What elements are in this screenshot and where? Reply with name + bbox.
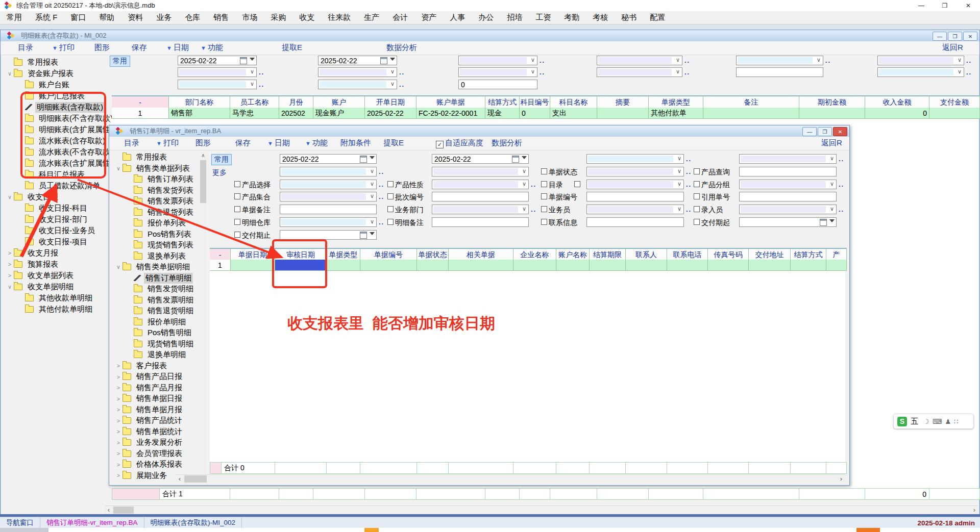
win2-filter-17-field[interactable]: ∨: [432, 205, 529, 214]
win1-filter-14-field[interactable]: 0: [458, 80, 537, 89]
win1-row1-cell-7[interactable]: 现金: [485, 108, 520, 119]
win2-row1-cell-3[interactable]: [327, 260, 360, 271]
win2-filter-8-field[interactable]: ∨: [280, 180, 377, 189]
chevron-down-icon[interactable]: ∨: [6, 70, 14, 77]
win1-header-col-11[interactable]: 单据类型: [649, 96, 703, 109]
win2-data-analysis-button[interactable]: 数据分析: [492, 138, 522, 148]
win1-filter-2-field[interactable]: ∨: [458, 56, 537, 65]
win2-tree-item-13[interactable]: 销售发票明细: [112, 295, 199, 306]
win2-filter-6-checkbox[interactable]: [541, 168, 547, 174]
win1-row1-cell-15[interactable]: [929, 108, 980, 119]
dropdown-arrow-icon[interactable]: [390, 58, 395, 63]
win2-filter-16-field[interactable]: [280, 205, 377, 214]
chevron-right-icon[interactable]: >: [114, 440, 122, 446]
win2-return-button[interactable]: 返回R: [821, 138, 842, 148]
win2-tree-item-20[interactable]: >销售产品日报: [112, 371, 199, 383]
calendar-icon[interactable]: [360, 232, 367, 239]
win2-tree-item-4[interactable]: 销售发票列表: [112, 196, 199, 207]
win2-filter-7-checkbox[interactable]: [694, 168, 700, 174]
menu-item-17[interactable]: 招培: [500, 13, 529, 22]
menu-item-12[interactable]: 生产: [357, 13, 386, 22]
win1-tree-item-9[interactable]: 流水账表(含扩展属性): [4, 158, 109, 169]
scroll-right-icon[interactable]: ›: [970, 506, 978, 514]
win2-filter-20-checkbox[interactable]: [234, 219, 240, 225]
chevron-right-icon[interactable]: >: [6, 250, 14, 256]
win1-header-col-7[interactable]: 结算方式: [485, 96, 520, 109]
ellipsis-button[interactable]: ..: [686, 181, 692, 188]
close-icon[interactable]: ✕: [957, 0, 980, 11]
win1-row1-cell-9[interactable]: 支出: [550, 108, 597, 119]
win1-row1-cell-2[interactable]: 马学忠: [230, 108, 279, 119]
win2-row1-cell-9[interactable]: [590, 260, 626, 271]
win1-filter-8-field[interactable]: ∨: [458, 67, 537, 77]
menu-item-19[interactable]: 考勤: [557, 13, 586, 22]
person-icon[interactable]: ♟: [945, 418, 951, 425]
chevron-down-icon[interactable]: ∨: [370, 181, 374, 187]
win1-tree-item-17[interactable]: >收支月报: [4, 247, 109, 259]
win2-filter-20-field[interactable]: ∨: [280, 217, 377, 227]
ime-mode-label[interactable]: 五: [911, 417, 918, 426]
win1-tree-item-15[interactable]: 收支日报-业务员: [4, 225, 109, 236]
win2-tree-item-3[interactable]: 销售发货列表: [112, 185, 199, 196]
chevron-down-icon[interactable]: ∨: [370, 168, 374, 174]
ellipsis-button[interactable]: ..: [839, 181, 844, 188]
win2-filter-12-checkbox[interactable]: [234, 193, 240, 199]
chevron-right-icon[interactable]: >: [114, 450, 122, 457]
chevron-down-icon[interactable]: ∨: [250, 68, 254, 75]
win2-row1-cell-14[interactable]: [791, 260, 826, 271]
chevron-right-icon[interactable]: >: [114, 462, 122, 468]
win2-row1-cell-0[interactable]: 1: [210, 260, 231, 271]
chevron-down-icon[interactable]: ∨: [114, 165, 122, 172]
win1-tree-item-10[interactable]: 科目汇总报表: [4, 169, 109, 180]
win2-filter-13-checkbox[interactable]: [387, 193, 394, 199]
calendar-icon[interactable]: [360, 156, 367, 163]
ellipsis-button[interactable]: ..: [531, 206, 536, 213]
win2-filter-18-checkbox[interactable]: [541, 206, 547, 212]
chevron-down-icon[interactable]: ∨: [114, 264, 122, 270]
menu-item-0[interactable]: 常用: [0, 13, 29, 22]
ellipsis-button[interactable]: ..: [540, 57, 545, 64]
chevron-right-icon[interactable]: >: [114, 374, 122, 380]
win2-tree-item-14[interactable]: 销售退货明细: [112, 306, 199, 317]
win2-filter-6-field[interactable]: ∨: [586, 167, 684, 176]
menu-item-1[interactable]: 系统 F: [29, 13, 64, 22]
win2-tree-item-16[interactable]: Pos销售明细: [112, 327, 199, 339]
win2-filter-22-checkbox[interactable]: [541, 219, 547, 225]
win1-toolbar-button-5[interactable]: ▼功能: [201, 43, 223, 53]
win2-row1-cell-7[interactable]: [513, 260, 556, 271]
win2-tree-item-17[interactable]: 现货销售明细: [112, 339, 199, 350]
win2-tree-item-5[interactable]: 销售退货列表: [112, 207, 199, 218]
win2-row1-cell-13[interactable]: [749, 260, 791, 271]
win2-filter-5-field[interactable]: ∨: [432, 167, 529, 176]
chevron-down-icon[interactable]: ∨: [6, 194, 14, 200]
win1-toolbar-button-4[interactable]: ▼日期: [166, 43, 189, 53]
win1-row1-cell-12[interactable]: [703, 108, 799, 119]
win2-filter-23-checkbox[interactable]: [694, 219, 700, 225]
win2-row1-cell-1[interactable]: [231, 260, 275, 271]
chevron-down-icon[interactable]: ∨: [522, 181, 526, 187]
win2-filter-11-field[interactable]: ∨: [739, 180, 837, 189]
ellipsis-button[interactable]: ..: [825, 57, 831, 64]
win1-toolbar-button-3[interactable]: 保存: [132, 43, 147, 53]
menu-item-15[interactable]: 人事: [443, 13, 472, 22]
chevron-down-icon[interactable]: ∨: [390, 81, 395, 87]
menu-item-21[interactable]: 秘书: [615, 13, 643, 22]
win2-toolbar-button-1[interactable]: ▼打印: [156, 138, 179, 148]
win1-header-col-9[interactable]: 科目名称: [550, 96, 597, 109]
ime-toolbar[interactable]: S 五 ☽⌨♟∷: [893, 414, 974, 429]
scroll-up-icon[interactable]: ∧: [200, 152, 207, 159]
ellipsis-button[interactable]: ..: [966, 57, 972, 64]
grid-icon[interactable]: ∷: [954, 418, 958, 425]
menu-item-9[interactable]: 采购: [264, 13, 292, 22]
calendar-icon[interactable]: [380, 57, 387, 64]
menu-item-7[interactable]: 销售: [207, 13, 235, 22]
win1-tree-item-7[interactable]: 流水账表(含存取款): [4, 135, 109, 146]
chevron-right-icon[interactable]: >: [6, 272, 14, 278]
chevron-down-icon[interactable]: ∨: [370, 193, 374, 199]
win1-tree-item-6[interactable]: 明细账表(含扩展属性): [4, 124, 109, 135]
win2-filter-24-checkbox[interactable]: [234, 232, 240, 238]
win1-filter-13-field[interactable]: ∨: [318, 80, 397, 89]
ellipsis-button[interactable]: ..: [684, 68, 690, 76]
win1-tree-item-14[interactable]: 收支日报-部门: [4, 214, 109, 225]
ellipsis-button[interactable]: ..: [686, 168, 692, 175]
